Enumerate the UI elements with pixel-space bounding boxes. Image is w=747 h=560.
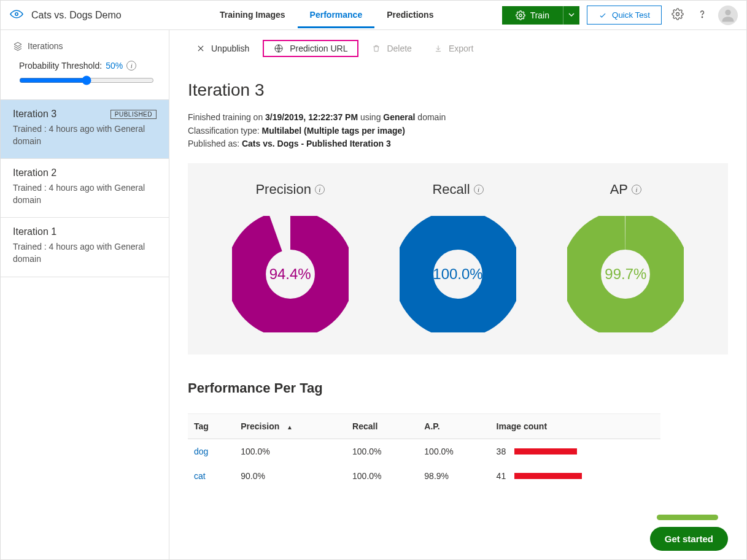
metric-label: AP (610, 182, 628, 198)
metrics-panel: Precision i 94.4% Recall i 100.0% AP i (188, 163, 728, 355)
iteration-subtitle: Trained : 4 hours ago with General domai… (13, 241, 157, 265)
col-recall[interactable]: Recall (346, 414, 418, 439)
logo-icon (9, 7, 24, 23)
ap-metric: AP i 99.7% (567, 182, 684, 332)
sidebar-heading: Iterations (1, 30, 169, 55)
info-icon[interactable]: i (315, 185, 325, 194)
svg-point-0 (15, 13, 18, 15)
chevron-down-icon (568, 12, 575, 18)
table-row: dog100.0%100.0%100.0%38 (188, 439, 660, 464)
per-tag-title: Performance Per Tag (188, 380, 746, 396)
col-ap[interactable]: A.P. (418, 414, 490, 439)
count-bar (514, 473, 582, 479)
threshold-slider[interactable] (19, 75, 154, 85)
precision-metric: Precision i 94.4% (232, 182, 349, 332)
meta-text: Published as: (188, 139, 242, 148)
person-icon (719, 7, 737, 24)
meta-class-type: Multilabel (Multiple tags per image) (262, 126, 405, 136)
col-precision[interactable]: Precision ▲ (234, 414, 346, 439)
table-row: cat90.0%100.0%98.9%41 (188, 464, 660, 488)
quick-test-button[interactable]: Quick Test (587, 6, 662, 25)
iteration-item-1[interactable]: Iteration 1 Trained : 4 hours ago with G… (1, 218, 169, 277)
col-image-count[interactable]: Image count (490, 414, 660, 439)
download-icon (434, 44, 443, 53)
col-tag[interactable]: Tag (188, 414, 234, 439)
tag-link[interactable]: cat (194, 471, 206, 481)
recall-metric: Recall i 100.0% (400, 182, 516, 332)
metric-label: Recall (432, 182, 470, 198)
check-icon (598, 11, 607, 20)
meta-text: using (358, 112, 383, 122)
meta-published-name: Cats vs. Dogs - Published Iteration 3 (242, 139, 391, 148)
globe-icon (274, 44, 284, 53)
meta-text: Finished training on (188, 112, 265, 122)
tag-link[interactable]: dog (194, 447, 208, 456)
tab-predictions[interactable]: Predictions (374, 2, 446, 28)
gear-icon (672, 8, 684, 20)
threshold-value: 50% (106, 61, 123, 71)
main-content: Unpublish Prediction URL Delete Export I… (169, 30, 746, 559)
export-button: Export (425, 40, 482, 57)
cell-count: 41 (497, 471, 506, 481)
layers-icon (13, 41, 23, 51)
delete-label: Delete (387, 44, 411, 53)
cell-precision: 100.0% (234, 439, 346, 464)
iteration-title: Iteration 2 (13, 167, 56, 178)
iteration-item-2[interactable]: Iteration 2 Trained : 4 hours ago with G… (1, 159, 169, 218)
progress-indicator (657, 515, 718, 520)
svg-point-3 (702, 17, 702, 17)
info-icon[interactable]: i (126, 61, 136, 71)
meta-date: 3/19/2019, 12:22:37 PM (265, 112, 358, 122)
gear-icon (516, 10, 525, 20)
get-started-button[interactable]: Get started (650, 527, 728, 551)
help-icon (696, 8, 708, 20)
cell-ap: 98.9% (418, 464, 490, 488)
unpublish-label: Unpublish (211, 44, 249, 53)
cell-recall: 100.0% (346, 439, 418, 464)
meta-text: domain (415, 112, 446, 122)
published-badge: PUBLISHED (110, 110, 157, 119)
prediction-url-label: Prediction URL (290, 44, 347, 53)
iteration-subtitle: Trained : 4 hours ago with General domai… (13, 182, 157, 206)
iteration-subtitle: Trained : 4 hours ago with General domai… (13, 123, 157, 147)
info-icon[interactable]: i (632, 185, 641, 194)
tab-training-images[interactable]: Training Images (207, 2, 298, 28)
precision-donut: 94.4% (232, 216, 349, 332)
info-icon[interactable]: i (474, 185, 484, 194)
meta-text: Classification type: (188, 126, 262, 136)
svg-point-1 (519, 14, 522, 17)
metric-label: Precision (255, 182, 311, 198)
svg-point-4 (725, 9, 730, 15)
iteration-item-3[interactable]: Iteration 3 PUBLISHED Trained : 4 hours … (1, 100, 169, 159)
ap-donut: 99.7% (567, 216, 684, 332)
header: Cats vs. Dogs Demo Training Images Perfo… (1, 1, 746, 30)
close-icon (196, 44, 205, 53)
sidebar: Iterations Probability Threshold: 50% i … (1, 30, 169, 559)
tab-performance[interactable]: Performance (298, 2, 375, 28)
per-tag-table: Tag Precision ▲ Recall A.P. Image count … (188, 413, 660, 488)
threshold-label: Probability Threshold: (19, 61, 102, 71)
train-split-button: Train (502, 6, 579, 25)
iteration-toolbar: Unpublish Prediction URL Delete Export (169, 30, 746, 66)
iteration-title: Iteration 1 (13, 226, 56, 237)
iteration-meta: Finished training on 3/19/2019, 12:22:37… (188, 111, 746, 151)
svg-point-2 (676, 13, 679, 16)
prediction-url-button[interactable]: Prediction URL (263, 40, 358, 57)
iteration-list: Iteration 3 PUBLISHED Trained : 4 hours … (1, 99, 169, 277)
cell-count: 38 (497, 447, 506, 456)
recall-value: 100.0% (400, 216, 516, 332)
export-label: Export (449, 44, 473, 53)
meta-domain: General (383, 112, 415, 122)
ap-value: 99.7% (567, 216, 684, 332)
train-button[interactable]: Train (502, 6, 563, 25)
settings-button[interactable] (669, 6, 686, 25)
page-title: Iteration 3 (188, 80, 746, 100)
user-avatar[interactable] (718, 6, 738, 25)
unpublish-button[interactable]: Unpublish (188, 40, 258, 57)
threshold-control: Probability Threshold: 50% i (1, 55, 169, 99)
train-dropdown-button[interactable] (563, 6, 579, 25)
recall-donut: 100.0% (400, 216, 516, 332)
help-button[interactable] (694, 6, 711, 25)
main-tabs: Training Images Performance Predictions (207, 2, 446, 28)
precision-value: 94.4% (232, 216, 349, 332)
